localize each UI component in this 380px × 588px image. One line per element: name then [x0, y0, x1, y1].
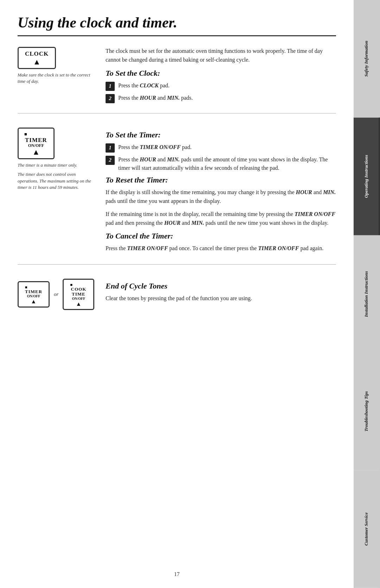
eoc-timer-label: TIMER	[25, 289, 42, 294]
set-clock-heading: To Set the Clock:	[106, 69, 336, 78]
clock-right: The clock must be set for the automatic …	[106, 47, 336, 106]
reset-para-1: If the display is still showing the time…	[106, 188, 336, 206]
timer-caption-1: The timer is a minute timer only.	[18, 162, 95, 168]
cancel-bold2: TIMER ON/OFF	[258, 245, 299, 251]
tab-safety-information[interactable]: Safety Information	[354, 0, 380, 118]
cancel-timer-heading: To Cancel the Timer:	[106, 231, 336, 241]
reset-section: To Reset the Timer: If the display is st…	[106, 175, 336, 227]
eoc-cooktime-arrow-icon: ▲	[76, 301, 81, 307]
clock-step-1-bold: CLOCK	[140, 82, 158, 88]
side-tabs: Safety Information Operating Instruction…	[354, 0, 380, 588]
page-wrapper: Using the clock and timer. CLOCK ▲ Make …	[0, 0, 380, 588]
timer-button-box: ■ TIMER ON/OFF ▲	[18, 128, 55, 160]
tab-operating-instructions[interactable]: Operating Instructions	[354, 118, 380, 235]
clock-button-box: CLOCK ▲	[18, 47, 56, 69]
eoc-cooktime-button-box: ■ COOK TIME ON/OFF ▲	[63, 279, 94, 310]
timer-button-label: TIMER	[25, 137, 47, 144]
timer-step-1-number: 1	[106, 143, 115, 153]
timer-step-1-text: Press the TIMER ON/OFF pad.	[118, 143, 191, 152]
tab-customer-service[interactable]: Customer Service	[354, 470, 380, 588]
clock-step-2-bold2: MIN.	[167, 95, 180, 101]
tab-troubleshooting-tips[interactable]: Troubleshooting Tips	[354, 353, 380, 470]
timer-step-1-bold: TIMER ON/OFF	[140, 144, 180, 150]
eoc-timer-sublabel: ON/OFF	[27, 295, 40, 298]
timer-indicator: ■	[24, 131, 27, 137]
clock-intro: The clock must be set for the automatic …	[106, 47, 336, 64]
cancel-bold1: TIMER ON/OFF	[127, 245, 168, 251]
eoc-timer-arrow-icon: ▲	[31, 299, 37, 304]
end-of-cycle-buttons-row: ■ TIMER ON/OFF ▲ or ■ COOK TIME ON/OFF ▲	[18, 279, 95, 310]
reset-bold5: MIN.	[191, 220, 204, 226]
timer-button-sublabel: ON/OFF	[28, 143, 44, 148]
page-number: 17	[174, 571, 180, 577]
tab-installation-instructions[interactable]: Installation Instructions	[354, 235, 380, 353]
clock-arrow-icon: ▲	[33, 58, 41, 66]
timer-step-2-bold2: MIN.	[167, 156, 180, 162]
timer-step-2: 2 Press the HOUR and MIN. pads until the…	[106, 155, 336, 173]
clock-left: CLOCK ▲ Make sure the clock is set to th…	[18, 47, 95, 106]
eoc-cooktime-line2: TIME	[72, 292, 86, 297]
timer-step-1: 1 Press the TIMER ON/OFF pad.	[106, 143, 336, 153]
timer-caption-2: The timer does not control oven operatio…	[18, 171, 95, 191]
end-of-cycle-para: Clear the tones by pressing the pad of t…	[106, 294, 336, 303]
clock-button-label: CLOCK	[25, 51, 49, 57]
divider-2	[18, 264, 336, 265]
cancel-para: Press the TIMER ON/OFF pad once. To canc…	[106, 244, 336, 253]
end-of-cycle-section: ■ TIMER ON/OFF ▲ or ■ COOK TIME ON/OFF ▲	[18, 272, 336, 316]
clock-section: CLOCK ▲ Make sure the clock is set to th…	[18, 47, 336, 106]
timer-step-2-number: 2	[106, 156, 115, 165]
timer-arrow-icon: ▲	[32, 148, 40, 156]
clock-step-1-text: Press the CLOCK pad.	[118, 81, 170, 90]
divider-1	[18, 113, 336, 113]
reset-bold1: HOUR	[296, 189, 312, 195]
reset-bold4: HOUR	[164, 220, 180, 226]
clock-step-2-bold1: HOUR	[140, 95, 156, 101]
clock-step-2-number: 2	[106, 94, 115, 103]
timer-step-2-text: Press the HOUR and MIN. pads until the a…	[118, 155, 336, 173]
clock-caption: Make sure the clock is set to the correc…	[18, 72, 95, 85]
clock-step-1: 1 Press the CLOCK pad.	[106, 81, 336, 91]
timer-left: ■ TIMER ON/OFF ▲ The timer is a minute t…	[18, 128, 95, 258]
clock-step-1-number: 1	[106, 82, 115, 91]
eoc-cooktime-sublabel: ON/OFF	[72, 297, 86, 301]
end-of-cycle-right: End of Cycle Tones Clear the tones by pr…	[106, 279, 336, 316]
end-of-cycle-left: ■ TIMER ON/OFF ▲ or ■ COOK TIME ON/OFF ▲	[18, 279, 95, 316]
reset-bold3: TIMER ON/OFF	[294, 211, 335, 217]
timer-right: To Set the Timer: 1 Press the TIMER ON/O…	[106, 128, 336, 258]
timer-step-2-bold1: HOUR	[140, 156, 156, 162]
or-text: or	[52, 291, 61, 297]
end-of-cycle-heading: End of Cycle Tones	[106, 281, 336, 291]
clock-step-2-text: Press the HOUR and MIN. pads.	[118, 94, 193, 103]
main-content: Using the clock and timer. CLOCK ▲ Make …	[0, 0, 354, 588]
reset-bold2: MIN.	[323, 189, 336, 195]
reset-timer-heading: To Reset the Timer:	[106, 175, 336, 185]
eoc-cooktime-label: COOK	[71, 287, 87, 292]
timer-section: ■ TIMER ON/OFF ▲ The timer is a minute t…	[18, 120, 336, 258]
clock-step-2: 2 Press the HOUR and MIN. pads.	[106, 94, 336, 103]
page-title: Using the clock and timer.	[18, 14, 336, 36]
eoc-timer-button-box: ■ TIMER ON/OFF ▲	[18, 281, 50, 307]
reset-para-2: If the remaining time is not in the disp…	[106, 210, 336, 228]
timer-captions: The timer is a minute timer only. The ti…	[18, 162, 95, 191]
set-timer-heading: To Set the Timer:	[106, 130, 336, 140]
